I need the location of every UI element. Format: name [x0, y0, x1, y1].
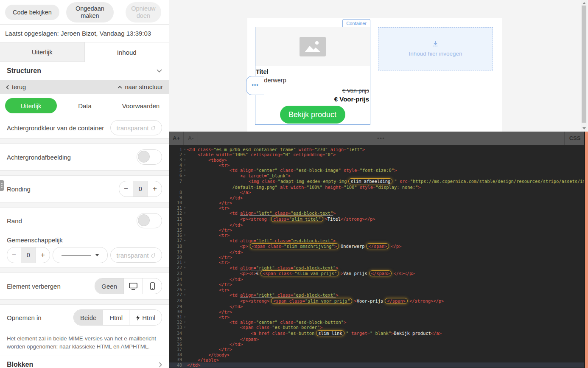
tab-inhoud[interactable]: Inhoud — [85, 42, 169, 62]
structures-header[interactable]: Structuren — [0, 62, 169, 80]
fold-arrow-icon[interactable]: ▾ — [182, 239, 187, 242]
container-block[interactable]: Container Titel Onderwerp € Van-prijs € … — [255, 27, 370, 125]
fold-arrow-icon[interactable]: ▾ — [182, 158, 187, 162]
section-gap — [0, 170, 169, 176]
preview-scrollbar[interactable] — [581, 0, 587, 132]
code-line: 13<p><strong class="slim_titel">Titel</s… — [169, 216, 588, 222]
card-old-price[interactable]: € Van-prijs — [256, 87, 369, 94]
view-code-button[interactable]: Code bekijken — [5, 5, 59, 20]
fold-arrow-icon[interactable]: ▾ — [182, 169, 187, 172]
editable-token[interactable]: </span> — [369, 270, 392, 276]
blocks-section-row[interactable]: Blokken — [0, 356, 169, 368]
border-style-select[interactable] — [53, 247, 108, 263]
include-html-option[interactable]: Html — [103, 310, 129, 325]
code-line: 21▾<tr> — [169, 260, 588, 265]
scrollbar-thumb[interactable] — [582, 6, 586, 123]
redo-button[interactable]: Opnieuw doen — [126, 2, 161, 22]
block-menu-button[interactable]: ••• — [246, 76, 264, 95]
code-line: 39</table> — [169, 357, 588, 362]
common-color-input[interactable]: transparant — [110, 247, 162, 263]
code-area[interactable]: 1▾<td class="es-m-p20b esd-container-fra… — [169, 145, 588, 368]
hide-none-option[interactable]: Geen — [95, 278, 123, 294]
tab-uiterlijk[interactable]: Uiterlijk — [0, 42, 85, 62]
code-line: 23<p><s>€<span class="slim_van_prijs">Va… — [169, 270, 588, 277]
css-tab[interactable]: CSS — [564, 132, 585, 145]
back-button[interactable]: terug — [6, 84, 26, 90]
fold-arrow-icon[interactable]: ▾ — [182, 315, 187, 319]
undo-button[interactable]: Ongedaan maken — [66, 2, 114, 22]
to-structure-button[interactable]: naar structuur — [118, 84, 163, 90]
common-minus-button[interactable]: − — [7, 247, 21, 263]
code-line: 35</span> — [169, 337, 588, 342]
fold-arrow-icon[interactable]: ▾ — [182, 174, 187, 177]
grip-dots-icon — [1, 183, 3, 188]
rounding-minus-button[interactable]: − — [119, 181, 133, 197]
editable-token[interactable]: <span class="slim_omschrijving"> — [250, 243, 339, 249]
editor-resize-handle[interactable]: ••• — [198, 132, 564, 145]
panel-drag-handle[interactable] — [0, 180, 4, 191]
scroll-down-icon[interactable] — [582, 127, 586, 129]
editable-token[interactable]: </span> — [385, 298, 408, 304]
image-icon — [300, 37, 326, 56]
bg-image-toggle[interactable] — [137, 149, 162, 165]
rounding-plus-button[interactable]: + — [148, 181, 162, 197]
code-line: 17▾<td align="left" class="esd-block-tex… — [169, 238, 588, 243]
fold-arrow-icon[interactable]: ▾ — [182, 153, 187, 156]
fold-arrow-icon[interactable]: ▾ — [182, 206, 187, 210]
code-line: 2▾<table width="100%" cellspacing="0" ce… — [169, 152, 588, 157]
editor-scrollbar[interactable] — [584, 132, 588, 368]
common-label: Gemeenschappelijk — [7, 236, 162, 244]
subtab-data[interactable]: Data — [57, 102, 113, 110]
section-gap — [0, 138, 169, 144]
editable-token[interactable]: slim_link — [316, 330, 344, 336]
email-preview-pane: Container Titel Onderwerp € Van-prijs € … — [169, 0, 588, 132]
card-body: Titel Onderwerp € Van-prijs € Voor-prijs… — [255, 66, 370, 124]
fold-arrow-icon[interactable]: ▾ — [182, 163, 187, 167]
insert-content-icon — [432, 41, 439, 48]
card-title[interactable]: Titel — [256, 68, 369, 75]
card-subject[interactable]: Onderwerp — [256, 77, 369, 84]
rounding-value[interactable]: 0 — [133, 181, 148, 197]
code-line: 28<p><strong><span class="slim_voor_prij… — [169, 298, 588, 304]
fold-arrow-icon[interactable]: ▾ — [182, 326, 187, 329]
hide-mobile-option[interactable] — [143, 278, 162, 294]
fold-arrow-icon[interactable]: ▾ — [182, 233, 187, 237]
fold-arrow-icon[interactable]: ▾ — [182, 288, 187, 292]
editable-token[interactable]: class="slim_titel" — [271, 216, 323, 222]
card-new-price[interactable]: € Voor-prijs — [256, 96, 369, 103]
fold-arrow-icon[interactable]: ▾ — [182, 148, 187, 151]
subtab-voorwaarden[interactable]: Voorwaarden — [113, 102, 169, 110]
code-line: 5▾<td align="center" class="esd-block-im… — [169, 168, 588, 173]
include-amphtml-option[interactable]: Html — [129, 310, 162, 325]
scroll-up-icon[interactable] — [582, 2, 586, 4]
fold-arrow-icon[interactable]: ▾ — [182, 261, 187, 264]
border-toggle[interactable] — [137, 213, 162, 228]
view-product-button[interactable]: Bekijk product — [280, 106, 345, 124]
fold-arrow-icon[interactable]: ▾ — [182, 293, 187, 297]
editable-token[interactable]: <span class="slim_van_prijs" — [260, 270, 339, 276]
code-line: 14</td> — [169, 222, 588, 228]
editable-token[interactable]: <span class="slim_voor_prijs" — [271, 298, 352, 304]
code-line: 6▾<a target="_blank"> — [169, 173, 588, 178]
droplet-icon — [151, 125, 156, 131]
font-decrease-button[interactable]: A- — [184, 132, 198, 145]
editable-token[interactable]: </span> — [366, 243, 389, 249]
hide-desktop-option[interactable] — [123, 278, 143, 294]
subtab-uiterlijk[interactable]: Uiterlijk — [5, 98, 57, 113]
fold-arrow-icon[interactable]: ▾ — [182, 211, 187, 215]
font-increase-button[interactable]: A+ — [169, 132, 184, 145]
code-line: 11▾<tr> — [169, 205, 588, 211]
fold-arrow-icon[interactable]: ▾ — [182, 266, 187, 270]
editable-token[interactable]: slim_afbeelding — [348, 178, 392, 184]
common-width-value[interactable]: 0 — [21, 247, 36, 263]
container-bg-color-input[interactable]: transparant — [110, 120, 162, 135]
common-plus-button[interactable]: + — [36, 247, 50, 263]
content-drop-area[interactable]: Inhoud hier invoegen — [378, 27, 493, 70]
code-line: 10</tr> — [169, 200, 588, 205]
main-tabs: Uiterlijk Inhoud — [0, 42, 169, 62]
fold-arrow-icon[interactable]: ▾ — [182, 320, 187, 324]
include-both-option[interactable]: Beide — [74, 310, 103, 325]
code-line: 7<img class="adapt-img esdev-empty-imgsl… — [169, 178, 588, 185]
image-placeholder[interactable] — [255, 27, 370, 66]
phone-icon — [150, 282, 155, 290]
